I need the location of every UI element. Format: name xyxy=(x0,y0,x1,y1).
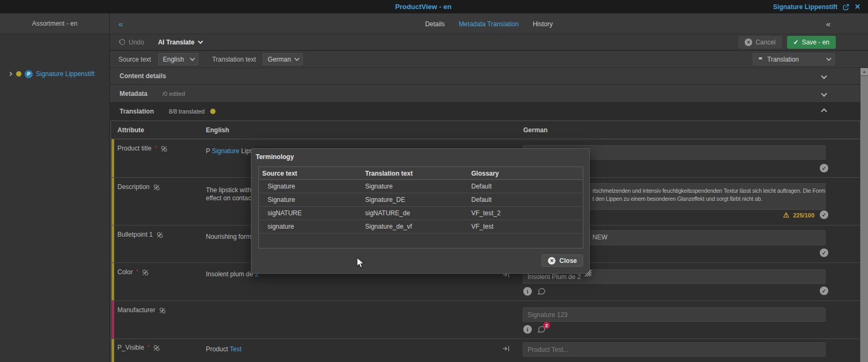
tab-metadata-translation[interactable]: Metadata Translation xyxy=(459,20,519,28)
cell-source: Signature xyxy=(259,183,365,190)
scroll-up-button[interactable]: ▲ xyxy=(860,68,868,76)
terminology-header-row: Source text Translation text Glossary xyxy=(259,167,583,180)
tree-item-label[interactable]: Signature Lippenstift xyxy=(36,70,94,78)
cancel-label: Cancel xyxy=(755,39,775,46)
terminology-row[interactable]: Signature Signature_DE Default xyxy=(259,193,583,207)
cell-glossary: Default xyxy=(471,196,583,203)
close-icon[interactable]: ✕ xyxy=(855,3,860,11)
cell-source: signature xyxy=(259,223,365,230)
chevron-down-icon[interactable] xyxy=(821,90,827,96)
comment-icon[interactable] xyxy=(537,287,546,296)
save-label: Save - en xyxy=(802,39,829,46)
tab-history[interactable]: History xyxy=(533,20,553,28)
target-language-select[interactable]: German xyxy=(263,53,303,65)
chevron-down-icon xyxy=(294,56,300,61)
chevron-right-icon[interactable] xyxy=(8,72,12,76)
view-mode-select[interactable]: Translation xyxy=(753,53,835,65)
cell-glossary: Default xyxy=(471,183,583,190)
unlink-icon[interactable] xyxy=(152,344,161,352)
save-button[interactable]: ✓ Save - en xyxy=(787,36,836,49)
warning-icon: ⚠ xyxy=(783,211,790,219)
unlink-icon[interactable] xyxy=(155,231,164,239)
product-link[interactable]: Signature Lippenstift xyxy=(773,3,837,11)
chevron-down-icon xyxy=(198,39,203,44)
modal-close-button[interactable]: ✕ Close xyxy=(541,254,583,267)
collapse-panel-icon[interactable]: « xyxy=(826,13,830,34)
terminology-modal: Terminology Source text Translation text… xyxy=(251,148,590,274)
cell-source: Signature xyxy=(259,196,365,203)
scrollbar-thumb[interactable] xyxy=(860,76,868,362)
cell-translation: Signature xyxy=(365,183,471,190)
cell-translation: Signature_de_vf xyxy=(365,223,471,230)
section-content-details[interactable]: Content details xyxy=(110,68,860,85)
attribute-label: Manufacturer xyxy=(117,306,155,314)
vertical-scrollbar[interactable]: ▲ xyxy=(860,68,868,362)
info-icon[interactable]: i xyxy=(523,325,532,334)
confirm-check-icon[interactable]: ✓ xyxy=(820,248,828,257)
cell-glossary: VF_test xyxy=(471,223,583,230)
chevron-up-icon[interactable] xyxy=(821,108,827,114)
table-row-manufacturer: Manufacturer i 2 xyxy=(111,301,860,339)
ai-translate-label: AI Translate xyxy=(158,39,195,46)
german-input-manufacturer[interactable] xyxy=(523,307,826,322)
unlink-icon[interactable] xyxy=(141,269,150,276)
flag-icon xyxy=(758,56,764,63)
german-input-p-visible[interactable] xyxy=(523,342,826,357)
undo-label: Undo xyxy=(129,39,144,46)
confirm-check-icon[interactable]: ✓ xyxy=(820,210,828,219)
view-mode-value: Translation xyxy=(767,56,799,63)
main-header: « Details Metadata Translation History « xyxy=(110,13,868,34)
source-language-value: English xyxy=(163,56,184,63)
chevron-down-icon xyxy=(826,56,832,61)
status-dot-yellow xyxy=(16,71,21,77)
terminology-table: Source text Translation text Glossary Si… xyxy=(258,167,583,248)
chevron-down-icon[interactable] xyxy=(821,73,827,79)
required-marker: * xyxy=(147,344,150,350)
cancel-button[interactable]: ✕ Cancel xyxy=(738,36,782,49)
ai-translate-button[interactable]: AI Translate xyxy=(158,39,202,46)
column-header-german: German xyxy=(520,126,860,134)
copy-to-translation-icon[interactable] xyxy=(502,344,510,353)
length-warning: ⚠ 225/100 xyxy=(783,211,814,219)
sidebar-title: Assortment - en xyxy=(0,13,109,34)
modal-close-label: Close xyxy=(559,257,577,265)
confirm-check-icon[interactable]: ✓ xyxy=(820,164,828,172)
modal-title: Terminology xyxy=(256,153,294,161)
unlink-icon[interactable] xyxy=(160,145,168,153)
attribute-label: Product title xyxy=(117,145,151,152)
translation-text-label: Translation text xyxy=(212,56,256,63)
external-link-icon[interactable] xyxy=(842,3,850,11)
cancel-x-icon: ✕ xyxy=(745,39,752,46)
term-link[interactable]: Test xyxy=(229,345,241,353)
unlink-icon[interactable] xyxy=(152,184,161,191)
source-language-select[interactable]: English xyxy=(158,53,198,65)
tab-bar: Details Metadata Translation History xyxy=(110,13,868,34)
german-value-line2: t den Lippen zu einem besonderen Glanzef… xyxy=(592,195,821,203)
top-bar: ProductView - en Signature Lippenstift ✕ xyxy=(0,0,868,13)
info-icon[interactable]: i xyxy=(523,287,532,296)
term-link[interactable]: Signature xyxy=(212,147,239,155)
terminology-row[interactable]: signature Signature_de_vf VF_test xyxy=(259,220,583,233)
save-check-icon: ✓ xyxy=(793,39,799,46)
chevron-down-icon xyxy=(190,56,195,61)
undo-button[interactable]: Undo xyxy=(118,39,144,46)
cell-glossary: VF_test_2 xyxy=(471,209,583,217)
comment-icon[interactable]: 2 xyxy=(537,325,546,334)
resize-handle[interactable] xyxy=(584,269,592,277)
tree-item-product[interactable]: P Signature Lippenstift xyxy=(0,69,110,79)
unlink-icon[interactable] xyxy=(158,307,167,314)
col-translation-text: Translation text xyxy=(365,170,471,177)
german-value-line1: rtschmelzenden und intensiv feuchtigkeit… xyxy=(592,187,821,195)
confirm-check-icon[interactable]: ✓ xyxy=(820,286,828,295)
target-language-value: German xyxy=(268,56,291,63)
table-row-p-visible: P_Visible * Product Test xyxy=(111,339,860,362)
tab-details[interactable]: Details xyxy=(425,20,445,28)
product-badge: P xyxy=(25,70,33,78)
terminology-row[interactable]: Signature Signature Default xyxy=(259,180,583,193)
page-title: ProductView - en xyxy=(0,0,847,13)
section-translation[interactable]: Translation 8/8 translated xyxy=(110,103,860,120)
undo-icon xyxy=(118,39,125,46)
section-metadata[interactable]: Metadata /0 edited xyxy=(110,85,860,103)
terminology-row[interactable]: sigNATURE sigNATURE_de VF_test_2 xyxy=(259,207,583,220)
section-title: Translation xyxy=(120,108,154,115)
